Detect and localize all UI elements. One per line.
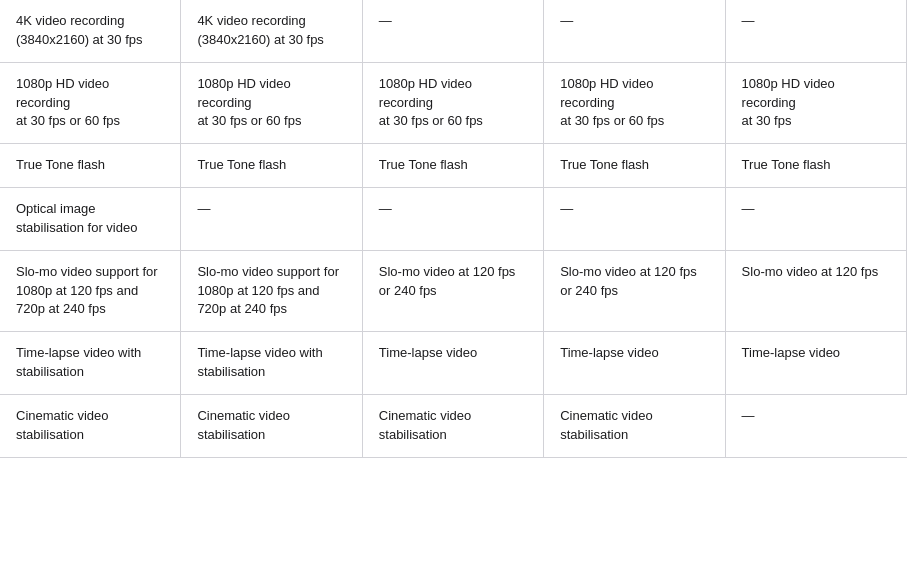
cell-true-tone-col4: True Tone flash [726,144,907,188]
cell-slo-mo-col3: Slo-mo video at 120 fps or 240 fps [544,251,725,333]
cell-optical-stabilisation-col2: — [363,188,544,251]
cell-slo-mo-col1: Slo-mo video support for 1080p at 120 fp… [181,251,362,333]
cell-4k-video-col1: 4K video recording (3840x2160) at 30 fps [181,0,362,63]
cell-4k-video-col2: — [363,0,544,63]
cell-1080p-video-col2: 1080p HD video recordingat 30 fps or 60 … [363,63,544,145]
cell-cinematic-col3: Cinematic video stabilisation [544,395,725,458]
cell-optical-stabilisation-col0: Optical image stabilisation for video [0,188,181,251]
cell-time-lapse-col3: Time-lapse video [544,332,725,395]
comparison-table: 4K video recording (3840x2160) at 30 fps… [0,0,907,458]
cell-1080p-video-col0: 1080p HD video recordingat 30 fps or 60 … [0,63,181,145]
cell-true-tone-col0: True Tone flash [0,144,181,188]
cell-slo-mo-col0: Slo-mo video support for 1080p at 120 fp… [0,251,181,333]
cell-1080p-video-col3: 1080p HD video recordingat 30 fps or 60 … [544,63,725,145]
cell-time-lapse-col0: Time-lapse video with stabilisation [0,332,181,395]
cell-cinematic-col1: Cinematic video stabilisation [181,395,362,458]
cell-4k-video-col4: — [726,0,907,63]
cell-slo-mo-col4: Slo-mo video at 120 fps [726,251,907,333]
cell-time-lapse-col4: Time-lapse video [726,332,907,395]
cell-cinematic-col4: — [726,395,907,458]
cell-1080p-video-col1: 1080p HD video recordingat 30 fps or 60 … [181,63,362,145]
cell-optical-stabilisation-col1: — [181,188,362,251]
cell-cinematic-col2: Cinematic video stabilisation [363,395,544,458]
cell-true-tone-col2: True Tone flash [363,144,544,188]
cell-time-lapse-col2: Time-lapse video [363,332,544,395]
cell-true-tone-col1: True Tone flash [181,144,362,188]
cell-4k-video-col3: — [544,0,725,63]
cell-true-tone-col3: True Tone flash [544,144,725,188]
cell-slo-mo-col2: Slo-mo video at 120 fps or 240 fps [363,251,544,333]
cell-4k-video-col0: 4K video recording (3840x2160) at 30 fps [0,0,181,63]
cell-optical-stabilisation-col3: — [544,188,725,251]
cell-cinematic-col0: Cinematic video stabilisation [0,395,181,458]
cell-optical-stabilisation-col4: — [726,188,907,251]
cell-1080p-video-col4: 1080p HD video recordingat 30 fps [726,63,907,145]
cell-time-lapse-col1: Time-lapse video with stabilisation [181,332,362,395]
